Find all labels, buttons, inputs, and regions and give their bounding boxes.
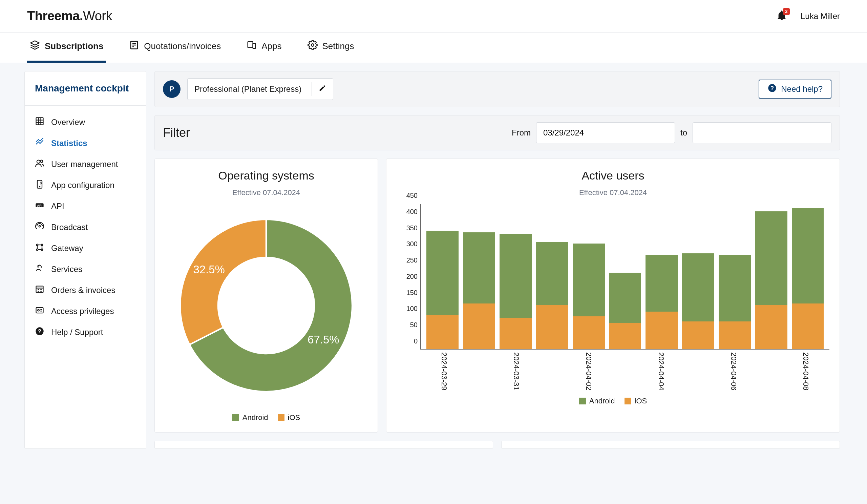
bar-column [682, 253, 714, 349]
svg-rect-5 [248, 42, 253, 48]
bar-segment [573, 244, 605, 317]
y-tick: 200 [397, 272, 418, 280]
question-icon: ? [768, 83, 777, 95]
sidebar-item-broadcast[interactable]: Broadcast [25, 217, 146, 238]
filter-title: Filter [163, 126, 506, 140]
divider [312, 82, 312, 96]
sidebar-icon [35, 305, 44, 317]
bar-segment [536, 305, 568, 349]
filter-to-input[interactable] [693, 122, 832, 143]
x-tick: 2024-03-31 [512, 352, 521, 390]
sidebar-item-statistics[interactable]: Statistics [25, 133, 146, 154]
legend-item: iOS [624, 397, 647, 405]
sidebar-item-user-management[interactable]: User management [25, 154, 146, 175]
svg-text:67.5%: 67.5% [308, 333, 339, 346]
user-menu[interactable]: Luka Miller [801, 11, 840, 21]
svg-rect-29 [36, 286, 43, 293]
svg-point-13 [37, 160, 40, 163]
bar-segment [536, 242, 568, 305]
main-content: Management cockpit OverviewStatisticsUse… [0, 63, 867, 457]
bar-column [719, 255, 751, 349]
plan-name: Professional (Planet Express) [194, 84, 301, 94]
bar-segment [609, 273, 641, 323]
svg-point-14 [40, 160, 43, 163]
tab-quotations[interactable]: Quotations/invoices [126, 40, 224, 63]
svg-point-7 [311, 44, 314, 46]
y-tick: 250 [397, 256, 418, 264]
tab-apps[interactable]: Apps [244, 40, 284, 63]
bar-segment [609, 323, 641, 349]
x-tick: 2024-04-02 [584, 352, 593, 390]
y-tick: 350 [397, 224, 418, 232]
bar-segment [463, 232, 495, 303]
y-tick: 50 [397, 321, 418, 329]
svg-point-23 [41, 249, 43, 251]
edit-icon[interactable] [319, 84, 326, 94]
plan-selector[interactable]: Professional (Planet Express) [187, 78, 333, 100]
subscription-bar: P Professional (Planet Express) ? Need h… [154, 71, 840, 107]
app-header: Threema.Work 2 Luka Miller [0, 0, 867, 33]
svg-text:?: ? [770, 85, 774, 91]
sidebar-icon [35, 264, 44, 275]
filter-from-input[interactable] [536, 122, 675, 143]
bell-icon [776, 16, 787, 22]
sidebar-item-services[interactable]: Services [25, 259, 146, 280]
filter-bar: Filter From to [154, 115, 840, 150]
sidebar-title: Management cockpit [25, 72, 146, 106]
svg-point-20 [36, 244, 38, 246]
os-subtitle: Effective 07.04.2024 [165, 188, 367, 197]
svg-rect-6 [253, 43, 256, 49]
y-tick: 150 [397, 289, 418, 296]
bar-segment [682, 253, 714, 321]
tab-subscriptions[interactable]: Subscriptions [27, 40, 106, 63]
sidebar-item-access-privileges[interactable]: Access privileges [25, 301, 146, 322]
brand-part2: Work [83, 9, 112, 23]
svg-text:32.5%: 32.5% [193, 263, 225, 276]
sidebar-item-orders-invoices[interactable]: Orders & invoices [25, 280, 146, 301]
os-donut-chart: 67.5%32.5% [165, 204, 367, 407]
bar-column [645, 255, 678, 349]
bar-segment [426, 315, 459, 349]
sidebar-icon [35, 159, 44, 170]
tab-settings[interactable]: Settings [305, 40, 357, 63]
help-button[interactable]: ? Need help? [759, 79, 832, 99]
bar-column [536, 242, 568, 349]
svg-marker-0 [31, 41, 39, 45]
legend-item: Android [579, 397, 615, 405]
sidebar-icon [35, 222, 44, 233]
y-tick: 0 [397, 337, 418, 345]
bar-segment [755, 211, 788, 305]
brand-logo: Threema.Work [27, 9, 112, 23]
svg-rect-8 [36, 118, 43, 125]
sidebar-item-label: Help / Support [51, 328, 103, 337]
tab-label: Settings [322, 41, 354, 52]
sidebar-item-label: Broadcast [51, 223, 88, 232]
bar-column [792, 208, 824, 349]
x-tick: 2024-04-08 [801, 352, 810, 390]
bar-column [463, 232, 495, 349]
users-title: Active users [397, 169, 829, 182]
gear-icon [308, 40, 318, 53]
tab-label: Apps [261, 41, 281, 52]
notification-count: 2 [783, 8, 790, 15]
sidebar-item-help-support[interactable]: ?Help / Support [25, 322, 146, 343]
bar-column [755, 211, 788, 349]
filter-from-label: From [512, 128, 531, 138]
bar-segment [719, 255, 751, 321]
bar-segment [645, 312, 678, 349]
bar-column [426, 230, 459, 349]
y-tick: 300 [397, 240, 418, 248]
sidebar-item-overview[interactable]: Overview [25, 112, 146, 133]
sidebar-item-gateway[interactable]: Gateway [25, 238, 146, 259]
sidebar-item-app-configuration[interactable]: App configuration [25, 175, 146, 196]
bar-segment [500, 234, 532, 318]
bar-segment [463, 303, 495, 349]
x-tick: 2024-04-04 [657, 352, 665, 390]
sidebar-item-label: Access privileges [51, 307, 114, 316]
notifications-button[interactable]: 2 [776, 10, 787, 22]
legend-item: Android [232, 413, 268, 422]
sidebar-item-label: User management [51, 160, 118, 169]
sidebar-item-api[interactable]: APIAPI [25, 196, 146, 217]
svg-point-36 [38, 310, 39, 311]
y-tick: 100 [397, 305, 418, 313]
